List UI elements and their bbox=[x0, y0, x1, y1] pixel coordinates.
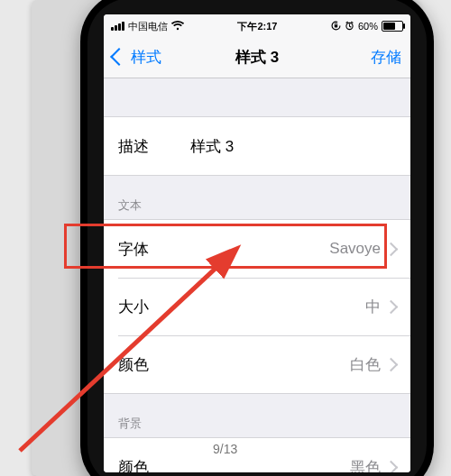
description-group: 描述 样式 3 bbox=[104, 116, 410, 176]
back-label: 样式 bbox=[131, 47, 161, 68]
screen: 中国电信 下午2:17 bbox=[104, 14, 410, 472]
section-header-text: 文本 bbox=[104, 176, 410, 219]
text-color-label: 颜色 bbox=[118, 354, 190, 375]
signal-icon bbox=[111, 22, 124, 31]
back-button[interactable]: 样式 bbox=[113, 47, 176, 68]
wifi-icon bbox=[171, 21, 184, 32]
phone-frame: 中国电信 下午2:17 bbox=[80, 0, 434, 476]
svg-rect-1 bbox=[335, 24, 337, 27]
chevron-right-icon bbox=[384, 242, 399, 256]
description-label: 描述 bbox=[118, 136, 190, 157]
carrier-label: 中国电信 bbox=[128, 20, 168, 33]
save-label: 存储 bbox=[371, 47, 401, 68]
description-row[interactable]: 描述 样式 3 bbox=[104, 117, 410, 175]
status-left: 中国电信 bbox=[111, 20, 184, 33]
text-color-row[interactable]: 颜色 白色 bbox=[104, 335, 410, 393]
bg-color-value: 黑色 bbox=[190, 457, 381, 473]
chevron-left-icon bbox=[110, 48, 128, 66]
page-title: 样式 3 bbox=[235, 47, 279, 68]
save-button[interactable]: 存储 bbox=[338, 47, 401, 68]
size-label: 大小 bbox=[118, 297, 190, 317]
font-label: 字体 bbox=[118, 239, 190, 260]
battery-percent: 60% bbox=[358, 21, 378, 32]
chevron-right-icon bbox=[384, 299, 399, 314]
status-bar: 中国电信 下午2:17 bbox=[104, 14, 410, 36]
section-header-background: 背景 bbox=[104, 394, 410, 437]
navigation-bar: 样式 样式 3 存储 bbox=[104, 36, 410, 78]
spacer bbox=[104, 78, 410, 116]
bg-color-label: 颜色 bbox=[118, 457, 190, 473]
photo-background: 中国电信 下午2:17 bbox=[32, 0, 419, 476]
size-value: 中 bbox=[190, 297, 381, 317]
status-right: 60% bbox=[331, 21, 403, 32]
font-value: Savoye bbox=[190, 240, 381, 258]
bg-color-row[interactable]: 颜色 黑色 bbox=[104, 438, 410, 472]
size-row[interactable]: 大小 中 bbox=[104, 278, 410, 335]
chevron-right-icon bbox=[384, 357, 399, 371]
orientation-lock-icon bbox=[331, 21, 341, 32]
text-color-value: 白色 bbox=[190, 354, 381, 375]
status-time: 下午2:17 bbox=[237, 20, 277, 33]
battery-icon bbox=[382, 21, 403, 32]
page-indicator: 9/13 bbox=[213, 442, 237, 456]
chevron-right-icon bbox=[384, 460, 399, 472]
description-value: 样式 3 bbox=[190, 136, 396, 157]
phone-bezel: 中国电信 下午2:17 bbox=[87, 0, 427, 476]
alarm-icon bbox=[345, 21, 354, 32]
font-row[interactable]: 字体 Savoye bbox=[104, 220, 410, 278]
background-group: 颜色 黑色 不透明度 50% bbox=[104, 437, 410, 472]
text-group: 字体 Savoye 大小 中 颜色 bbox=[104, 219, 410, 394]
